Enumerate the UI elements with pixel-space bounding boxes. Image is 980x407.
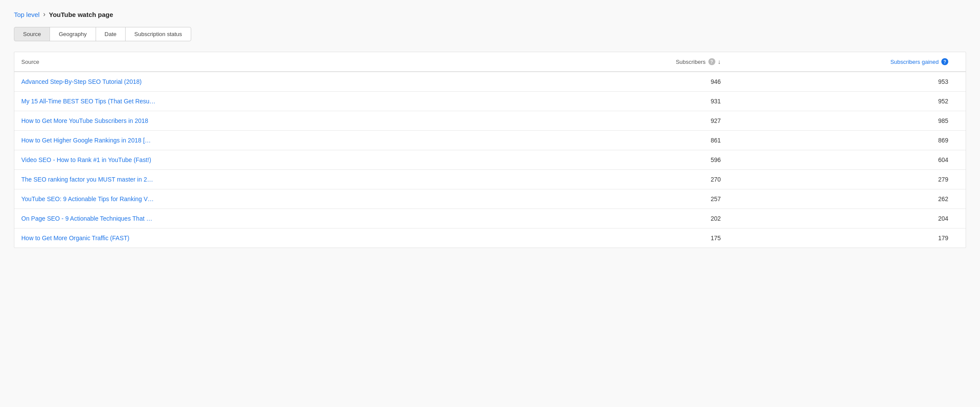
filter-tab-source[interactable]: Source [14,27,50,41]
filter-tab-subscription-status[interactable]: Subscription status [125,27,191,41]
table-cell-subscribers: 257 [538,189,747,209]
subscribers-table: Source Subscribers ? ↓ Subscribers gaine… [14,52,966,248]
subscribers-gained-help-icon[interactable]: ? [941,58,948,65]
subscribers-sort-icon[interactable]: ↓ [718,58,721,65]
subscribers-help-icon[interactable]: ? [708,58,715,65]
main-container: Top level › YouTube watch page Source Ge… [0,0,980,258]
table-row: Video SEO - How to Rank #1 in YouTube (F… [14,150,966,170]
table-cell-subscribers-gained: 179 [747,228,966,248]
table-cell-source[interactable]: YouTube SEO: 9 Actionable Tips for Ranki… [14,189,538,209]
table-cell-source[interactable]: Advanced Step-By-Step SEO Tutorial (2018… [14,72,538,92]
table-cell-source[interactable]: On Page SEO - 9 Actionable Techniques Th… [14,209,538,228]
table-cell-source[interactable]: How to Get More YouTube Subscribers in 2… [14,111,538,131]
table-body: Advanced Step-By-Step SEO Tutorial (2018… [14,72,966,248]
table-cell-source[interactable]: How to Get Higher Google Rankings in 201… [14,131,538,150]
table-cell-subscribers: 596 [538,150,747,170]
filter-tab-geography[interactable]: Geography [50,27,96,41]
table-cell-subscribers-gained: 869 [747,131,966,150]
table-cell-subscribers: 202 [538,209,747,228]
table-cell-subscribers-gained: 262 [747,189,966,209]
table-cell-subscribers-gained: 952 [747,92,966,111]
table-cell-source[interactable]: My 15 All-Time BEST SEO Tips (That Get R… [14,92,538,111]
table-cell-subscribers-gained: 953 [747,72,966,92]
table-row: How to Get More Organic Traffic (FAST)17… [14,228,966,248]
table-row: How to Get Higher Google Rankings in 201… [14,131,966,150]
col-header-source: Source [14,52,538,72]
table-row: The SEO ranking factor you MUST master i… [14,170,966,189]
table-row: Advanced Step-By-Step SEO Tutorial (2018… [14,72,966,92]
table-row: My 15 All-Time BEST SEO Tips (That Get R… [14,92,966,111]
table-row: On Page SEO - 9 Actionable Techniques Th… [14,209,966,228]
table-header-row: Source Subscribers ? ↓ Subscribers gaine… [14,52,966,72]
breadcrumb: Top level › YouTube watch page [14,10,966,18]
breadcrumb-top-level-link[interactable]: Top level [14,11,40,18]
table-cell-subscribers: 861 [538,131,747,150]
breadcrumb-separator: › [43,10,45,18]
filter-tabs-bar: Source Geography Date Subscription statu… [14,27,966,41]
table-cell-subscribers-gained: 279 [747,170,966,189]
table-cell-source[interactable]: The SEO ranking factor you MUST master i… [14,170,538,189]
table-cell-subscribers-gained: 985 [747,111,966,131]
table-cell-subscribers-gained: 604 [747,150,966,170]
table-row: YouTube SEO: 9 Actionable Tips for Ranki… [14,189,966,209]
table-cell-subscribers: 927 [538,111,747,131]
table-cell-subscribers: 270 [538,170,747,189]
filter-tab-date[interactable]: Date [96,27,126,41]
table-row: How to Get More YouTube Subscribers in 2… [14,111,966,131]
col-header-subscribers-gained: Subscribers gained ? [747,52,966,72]
data-table-wrapper: Source Subscribers ? ↓ Subscribers gaine… [14,52,966,248]
table-cell-subscribers: 175 [538,228,747,248]
col-header-subscribers: Subscribers ? ↓ [538,52,747,72]
table-cell-subscribers: 946 [538,72,747,92]
table-cell-subscribers-gained: 204 [747,209,966,228]
table-cell-source[interactable]: How to Get More Organic Traffic (FAST) [14,228,538,248]
table-cell-source[interactable]: Video SEO - How to Rank #1 in YouTube (F… [14,150,538,170]
table-cell-subscribers: 931 [538,92,747,111]
breadcrumb-current-page: YouTube watch page [49,11,113,18]
